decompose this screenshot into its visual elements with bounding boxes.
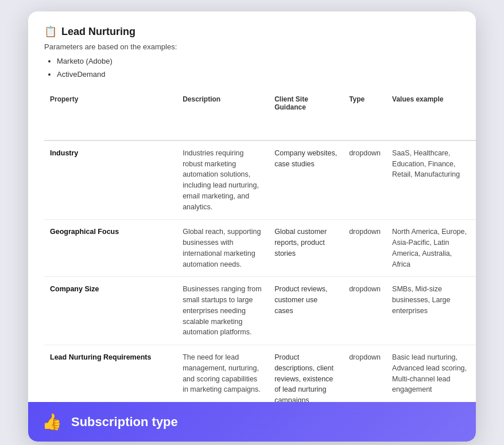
cell-guidance: Product reviews, customer use cases xyxy=(269,277,343,345)
page-title: 📋 Lead Nurturing xyxy=(44,25,460,38)
table-row: Geographical Focus Global reach, support… xyxy=(44,220,476,277)
cell-ready: Yes 🔥 xyxy=(472,220,476,277)
cell-guidance: Global customer reports, product stories xyxy=(269,220,343,277)
col-description: Description xyxy=(177,91,269,140)
table-row: Company Size Businesses ranging from sma… xyxy=(44,277,476,345)
table-row: Lead Nurturing Requirements The need for… xyxy=(44,345,476,402)
cell-guidance: Company websites, case studies xyxy=(269,140,343,220)
table-header-row: Property Description Client Site Guidanc… xyxy=(44,91,476,140)
cell-property: Industry xyxy=(44,140,177,220)
main-window: 📋 Lead Nurturing Parameters are based on… xyxy=(28,11,476,442)
cell-description: Businesses ranging from small startups t… xyxy=(177,277,269,345)
properties-table: Property Description Client Site Guidanc… xyxy=(44,91,476,402)
cell-description: The need for lead management, nurturing,… xyxy=(177,345,269,402)
cell-ready: Yes 🔥 xyxy=(472,277,476,345)
cell-guidance: Product descriptions, client reviews, ex… xyxy=(269,345,343,402)
page-subtitle: Parameters are based on the examples: xyxy=(44,42,460,51)
example-item: ActiveDemand xyxy=(57,68,460,81)
cell-values: SaaS, Healthcare, Education, Finance, Re… xyxy=(386,140,472,220)
page-icon: 📋 xyxy=(44,25,57,38)
col-type: Type xyxy=(343,91,386,140)
cell-description: Industries requiring robust marketing au… xyxy=(177,140,269,220)
col-ready: Ready toenrich byCollextr xyxy=(472,91,476,140)
cell-description: Global reach, supporting businesses with… xyxy=(177,220,269,277)
cell-property: Geographical Focus xyxy=(44,220,177,277)
cell-type: dropdown xyxy=(343,220,386,277)
cell-ready: Yes 🔥 xyxy=(472,140,476,220)
bottom-notification-bar: 👍 Subscription type xyxy=(28,402,476,442)
cell-property: Lead Nurturing Requirements xyxy=(44,345,177,402)
col-guidance: Client Site Guidance xyxy=(269,91,343,140)
window-content: 📋 Lead Nurturing Parameters are based on… xyxy=(28,11,476,402)
cell-ready: Yes 🔥 xyxy=(472,345,476,402)
bottom-bar-icon: 👍 xyxy=(42,412,62,431)
col-property: Property xyxy=(44,91,177,140)
bottom-bar-text: Subscription type xyxy=(71,415,178,430)
example-item: Marketo (Adobe) xyxy=(57,54,460,68)
col-values: Values example xyxy=(386,91,472,140)
table-row: Industry Industries requiring robust mar… xyxy=(44,140,476,220)
cell-type: dropdown xyxy=(343,277,386,345)
cell-values: SMBs, Mid-size businesses, Large enterpr… xyxy=(386,277,472,345)
cell-values: North America, Europe, Asia-Pacific, Lat… xyxy=(386,220,472,277)
cell-property: Company Size xyxy=(44,277,177,345)
cell-type: dropdown xyxy=(343,345,386,402)
cell-type: dropdown xyxy=(343,140,386,220)
cell-values: Basic lead nurturing, Advanced lead scor… xyxy=(386,345,472,402)
examples-list: Marketo (Adobe) ActiveDemand xyxy=(44,54,460,81)
